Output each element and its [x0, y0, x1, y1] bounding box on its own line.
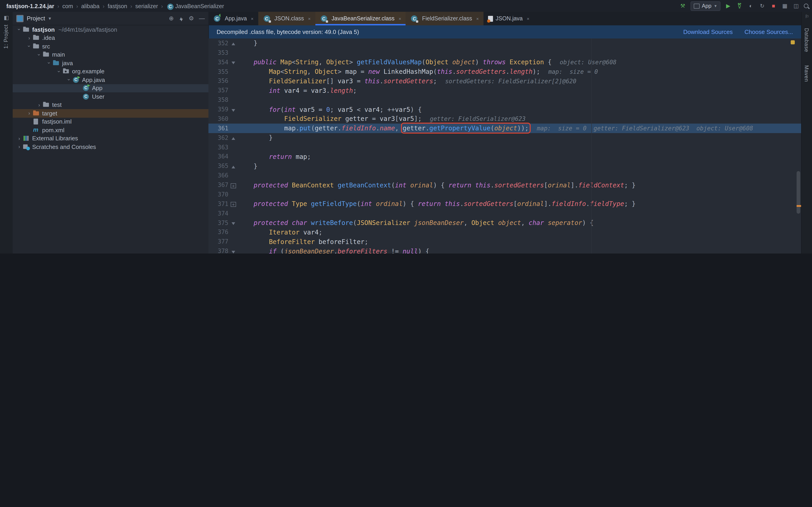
code-line-354[interactable]: 354 public Map<String, Object> getFieldV…	[208, 57, 801, 67]
line-number[interactable]: 367	[208, 181, 229, 188]
fold-marker-icon[interactable]	[229, 200, 238, 208]
code-line-376[interactable]: 376 Iterator var4;	[208, 227, 801, 237]
fold-marker-icon[interactable]	[229, 58, 238, 66]
choose-sources-link[interactable]: Choose Sources...	[745, 29, 793, 35]
locate-file-button[interactable]: ⊕	[169, 15, 174, 22]
code-line-359[interactable]: 359 for(int var5 = 0; var5 < var4; ++var…	[208, 105, 801, 114]
line-number[interactable]: 353	[208, 49, 229, 56]
close-icon[interactable]: ×	[476, 16, 479, 21]
line-number[interactable]: 362	[208, 134, 229, 141]
tree-item-fastjson[interactable]: ›fastjson~/d4m1ts/java/fastjson	[13, 25, 208, 34]
tree-chevron-icon[interactable]: ›	[56, 69, 62, 74]
code-line-352[interactable]: 352 }	[208, 39, 801, 48]
fold-marker-icon[interactable]	[229, 106, 238, 113]
code-line-362[interactable]: 362 }	[208, 133, 801, 143]
project-view-label[interactable]: Project	[27, 15, 45, 22]
code-line-371[interactable]: 371 protected Type getFieldType(int ordi…	[208, 199, 801, 209]
tree-chevron-icon[interactable]: ›	[66, 77, 72, 83]
tree-item-User[interactable]: User	[13, 92, 208, 101]
line-number[interactable]: 358	[208, 97, 229, 103]
code-line-378[interactable]: 378 if (jsonBeanDeser.beforeFilters != n…	[208, 246, 801, 254]
line-number[interactable]: 360	[208, 115, 229, 122]
tree-item-test[interactable]: ›test	[13, 101, 208, 109]
chevron-down-icon[interactable]: ▼	[48, 16, 52, 20]
code-line-357[interactable]: 357 int var4 = var3.length;	[208, 86, 801, 95]
tree-item-App.java[interactable]: ›App.java	[13, 75, 208, 84]
code-line-364[interactable]: 364 return map;	[208, 152, 801, 161]
close-icon[interactable]: ×	[527, 16, 529, 21]
notifications-icon[interactable]: ⚐	[803, 13, 811, 20]
code-line-356[interactable]: 356 FieldSerializer[] var3 = this.sorted…	[208, 76, 801, 86]
line-number[interactable]: 361	[208, 125, 229, 132]
breadcrumb[interactable]: fastjson-1.2.24.jar›com›alibaba›fastjson…	[6, 2, 224, 10]
line-number[interactable]: 357	[208, 87, 229, 94]
line-number[interactable]: 355	[208, 68, 229, 75]
tree-chevron-icon[interactable]: ›	[27, 44, 32, 49]
fold-marker-icon[interactable]	[229, 40, 238, 47]
tree-chevron-icon[interactable]: ›	[16, 27, 22, 33]
code-line-374[interactable]: 374	[208, 209, 801, 218]
line-number[interactable]: 356	[208, 78, 229, 84]
code-line-363[interactable]: 363	[208, 143, 801, 152]
tree-item-main[interactable]: ›main	[13, 51, 208, 59]
project-stripe-icon[interactable]: ◧	[3, 14, 10, 21]
code-line-375[interactable]: 375 protected char writeBefore(JSONSeria…	[208, 218, 801, 227]
breadcrumb-item[interactable]: serializer	[135, 3, 158, 9]
code-line-377[interactable]: 377 BeforeFilter beforeFilter;	[208, 237, 801, 246]
hide-panel-button[interactable]: ―	[199, 15, 205, 22]
tree-item-Scratches and Consoles[interactable]: ›Scratches and Consoles	[13, 143, 208, 151]
tree-item-java[interactable]: ›java	[13, 59, 208, 67]
fold-marker-icon[interactable]	[229, 219, 238, 226]
build-wrench-icon[interactable]: ⚒	[679, 3, 686, 9]
collapse-all-button[interactable]: ▲▼	[179, 16, 184, 21]
code-line-360[interactable]: 360 FieldSerializer getter = var3[var5];…	[208, 114, 801, 124]
code-line-361[interactable]: 361 map.put(getter.fieldInfo.name, gette…	[208, 124, 801, 133]
line-number[interactable]: 374	[208, 210, 229, 217]
code-line-370[interactable]: 370	[208, 190, 801, 199]
code-editor[interactable]: 352 }353354 public Map<String, Object> g…	[208, 39, 801, 253]
line-number[interactable]: 365	[208, 163, 229, 170]
breadcrumb-item[interactable]: alibaba	[81, 3, 99, 9]
line-number[interactable]: 354	[208, 59, 229, 65]
code-line-367[interactable]: 367 protected BeanContext getBeanContext…	[208, 180, 801, 190]
tree-chevron-icon[interactable]: ›	[36, 102, 42, 108]
breadcrumb-item[interactable]: fastjson-1.2.24.jar	[6, 3, 54, 9]
line-number[interactable]: 363	[208, 144, 229, 151]
tree-item-target[interactable]: ›target	[13, 109, 208, 117]
profiler-button[interactable]: ↻	[759, 3, 766, 9]
tree-item-External Libraries[interactable]: ›External Libraries	[13, 134, 208, 143]
close-icon[interactable]: ×	[251, 16, 254, 21]
code-line-366[interactable]: 366	[208, 171, 801, 180]
screen-icon[interactable]: ◫	[793, 3, 800, 9]
tree-chevron-icon[interactable]: ›	[46, 60, 52, 66]
debug-bug-button[interactable]: ⚧	[736, 3, 743, 9]
breadcrumb-item[interactable]: com	[62, 3, 73, 9]
line-number[interactable]: 377	[208, 238, 229, 245]
tree-chevron-icon[interactable]: ›	[16, 136, 22, 141]
code-line-355[interactable]: 355 Map<String, Object> map = new Linked…	[208, 67, 801, 76]
editor-scrollbar[interactable]	[797, 171, 800, 214]
breadcrumb-item[interactable]: fastjson	[108, 3, 127, 9]
search-icon[interactable]	[804, 4, 808, 8]
stripe-project-tab[interactable]: 1: Project	[3, 24, 9, 49]
line-number[interactable]: 375	[208, 219, 229, 226]
tree-chevron-icon[interactable]: ›	[37, 52, 42, 58]
coverage-button[interactable]: ◐	[747, 3, 754, 9]
tree-item-pom.xml[interactable]: pom.xml	[13, 126, 208, 134]
tab-JSON.class[interactable]: CJSON.class×	[258, 12, 315, 25]
line-number[interactable]: 352	[208, 40, 229, 47]
stripe-maven-tab[interactable]: Maven	[804, 65, 809, 82]
line-number[interactable]: 359	[208, 106, 229, 113]
close-icon[interactable]: ×	[308, 16, 311, 21]
fold-marker-icon[interactable]	[229, 134, 238, 141]
tab-App.java[interactable]: CApp.java×	[208, 12, 258, 25]
line-number[interactable]: 370	[208, 191, 229, 198]
run-config-select[interactable]: App ▼	[690, 1, 720, 11]
inspection-indicator[interactable]	[791, 40, 795, 44]
line-number[interactable]: 376	[208, 229, 229, 236]
tree-chevron-icon[interactable]: ›	[16, 144, 22, 150]
tree-item-src[interactable]: ›src	[13, 42, 208, 51]
line-number[interactable]: 364	[208, 153, 229, 160]
code-line-365[interactable]: 365 }	[208, 161, 801, 171]
breadcrumb-item[interactable]: JavaBeanSerializer	[175, 3, 224, 9]
